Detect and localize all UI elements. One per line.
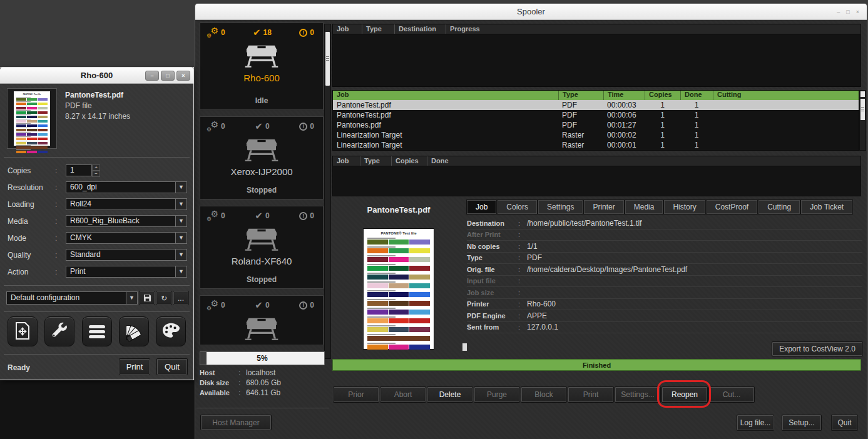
tab-job-ticket[interactable]: Job Ticket <box>801 200 852 214</box>
cut--button[interactable]: Cut... <box>709 387 754 402</box>
swatch-colors <box>16 98 48 101</box>
copies-value[interactable]: 1 <box>66 164 92 176</box>
place-image-button[interactable] <box>8 316 38 346</box>
printer-card[interactable]: ⚙⚙0✔0!0Xerox-IJP2000Stopped <box>200 116 324 199</box>
scrollbar-button[interactable] <box>860 91 865 97</box>
setup-button[interactable]: Setup... <box>782 415 821 430</box>
purge-button[interactable]: Purge <box>474 387 519 402</box>
tab-history[interactable]: History <box>664 200 705 214</box>
action-select[interactable]: Print <box>66 266 187 278</box>
log-file-button[interactable]: Log file... <box>737 415 774 430</box>
column-header[interactable]: Job <box>333 156 360 166</box>
window-control[interactable]: □ <box>846 9 849 15</box>
block-button[interactable]: Block <box>521 387 566 402</box>
window-control[interactable]: – <box>145 71 159 81</box>
column-header[interactable]: Type <box>360 156 391 166</box>
job-cell: 1 <box>680 140 713 150</box>
detail-row: Sent from:127.0.0.1 <box>467 322 862 334</box>
column-header[interactable]: Copies <box>391 156 427 166</box>
decrement-button[interactable]: − <box>92 171 100 177</box>
print-dialog-titlebar[interactable]: Rho-600 –□× <box>0 68 193 84</box>
job-row[interactable]: Linearization TargetRaster00:00:0111 <box>333 140 859 150</box>
spooler-titlebar[interactable]: Spooler –□× <box>195 4 867 20</box>
detail-row: Job size: <box>467 287 862 299</box>
column-header[interactable]: Done <box>680 91 713 100</box>
quality-select[interactable]: Standard <box>66 249 187 261</box>
tab-media[interactable]: Media <box>625 200 663 214</box>
column-header[interactable]: Type <box>362 24 394 34</box>
tab-settings[interactable]: Settings <box>538 200 583 214</box>
column-header[interactable]: Cutting <box>713 91 859 100</box>
column-header[interactable]: Job <box>333 24 362 34</box>
abort-button[interactable]: Abort <box>380 387 426 402</box>
dialog-print-button[interactable]: Print <box>120 359 150 375</box>
tab-costproof[interactable]: CostProof <box>707 200 757 214</box>
job-cell: 1 <box>645 120 680 130</box>
column-header[interactable]: Job <box>333 91 558 100</box>
export-costview-button[interactable]: Export to CostView 2.0 <box>772 342 862 356</box>
tab-cutting[interactable]: Cutting <box>758 200 800 214</box>
media-select[interactable]: R600_Rig_BlueBack <box>66 215 187 227</box>
field-row-copies: Copies:1+− <box>8 164 187 176</box>
settings--button[interactable]: Settings... <box>615 387 660 402</box>
jobs-table[interactable]: JobTypeTimeCopiesDoneCutting PantoneTest… <box>332 90 859 151</box>
column-header[interactable]: Type <box>558 91 603 100</box>
window-control[interactable]: × <box>856 9 859 15</box>
host-manager-button[interactable]: Host Manager <box>201 415 271 430</box>
swatch <box>389 301 409 306</box>
tab-printer[interactable]: Printer <box>584 200 623 214</box>
spooler-body: ⚙⚙0✔18!0Rho-600Idle⚙⚙0✔0!0Xerox-IJP2000S… <box>195 20 867 439</box>
save-config-button[interactable] <box>140 291 155 305</box>
spooler-quit-button[interactable]: Quit <box>832 415 857 430</box>
column-header[interactable]: Done <box>427 156 860 166</box>
mode-select[interactable]: CMYK <box>66 232 187 244</box>
swatch-row <box>16 101 48 105</box>
dialog-quit-button[interactable]: Quit <box>157 359 187 375</box>
queue-button[interactable] <box>82 316 112 346</box>
column-header[interactable]: Copies <box>645 91 680 100</box>
job-row[interactable]: Linearization TargetRaster00:00:0211 <box>333 130 859 140</box>
delete-button[interactable]: Delete <box>427 387 472 402</box>
prior-button[interactable]: Prior <box>334 387 379 402</box>
divider <box>4 157 190 158</box>
scrollbar-thumb[interactable] <box>860 99 865 120</box>
window-control[interactable]: × <box>176 71 190 81</box>
swatch <box>409 345 430 350</box>
printer-card[interactable]: ⚙⚙0✔0!0Roland-XF640Stopped <box>200 206 324 289</box>
tab-colors[interactable]: Colors <box>498 200 537 214</box>
column-header[interactable]: Time <box>603 91 645 100</box>
swatch <box>16 124 26 127</box>
colors-button[interactable] <box>156 316 186 346</box>
jobs-table-scrollbar[interactable] <box>859 90 866 151</box>
swatch-book-button[interactable] <box>119 316 149 346</box>
loading-select[interactable]: Roll24 <box>66 198 187 210</box>
window-control[interactable]: □ <box>161 71 175 81</box>
queue-table[interactable]: JobTypeDestinationProgress <box>332 24 861 87</box>
window-control[interactable]: – <box>837 9 840 15</box>
printer-list-scrollbar[interactable] <box>324 24 331 359</box>
printer-card[interactable]: ⚙⚙0✔0!0 <box>200 295 324 345</box>
swatch <box>38 120 48 123</box>
column-header[interactable]: Destination <box>394 24 446 34</box>
more-config-button[interactable]: ... <box>173 291 188 305</box>
swatch-colors <box>367 318 430 323</box>
tab-job[interactable]: Job <box>467 200 496 214</box>
printer-card[interactable]: ⚙⚙0✔18!0Rho-600Idle <box>200 23 324 110</box>
print-button[interactable]: Print <box>568 387 613 402</box>
job-row[interactable]: PantoneTest.pdfPDF00:00:0311 <box>333 100 859 110</box>
column-header[interactable]: Progress <box>446 24 860 34</box>
configuration-select[interactable]: Default configuration <box>6 291 138 305</box>
splitter-handle[interactable] <box>462 343 467 351</box>
nest-table[interactable]: JobTypeCopiesDone <box>332 156 861 196</box>
job-row[interactable]: PantoneTest.pdfPDF00:00:0611 <box>333 110 859 120</box>
resolution-select[interactable]: 600_dpi <box>66 181 187 193</box>
scrollbar-thumb[interactable] <box>325 32 330 86</box>
detail-row: Orig. file:/home/caldera/Desktop/Images/… <box>467 264 862 276</box>
job-row[interactable]: Pantones.pdfPDF00:01:2711 <box>333 120 859 130</box>
swatch <box>367 266 388 271</box>
copies-stepper[interactable]: 1+− <box>66 164 100 176</box>
increment-button[interactable]: + <box>92 164 100 171</box>
reopen-button[interactable]: Reopen <box>662 387 707 402</box>
refresh-config-button[interactable]: ↻ <box>156 291 171 305</box>
tools-button[interactable] <box>44 316 74 346</box>
